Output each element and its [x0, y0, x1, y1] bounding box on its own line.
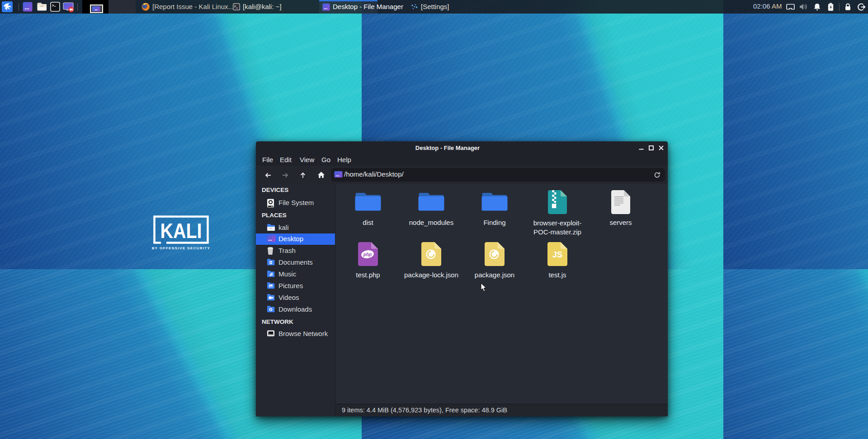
svg-text:php: php: [363, 252, 372, 257]
svg-text:JS: JS: [552, 250, 562, 259]
